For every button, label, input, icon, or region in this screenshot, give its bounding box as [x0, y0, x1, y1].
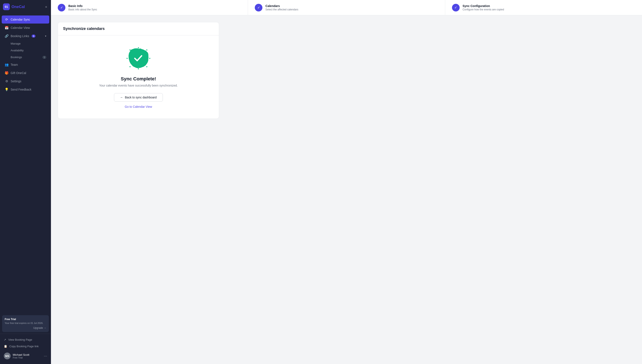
free-trial-box: Free Trial Your free trial expires on 01…: [2, 315, 49, 332]
success-icon-wrapper: [126, 46, 151, 71]
link-label: View Booking Page: [8, 338, 32, 341]
sidebar-item-send-feedback[interactable]: 💡 Send Feedback: [2, 86, 49, 94]
sidebar-bottom: ↗ View Booking Page 📋 Copy Booking Page …: [0, 334, 51, 364]
arrow-left-icon: ←: [120, 96, 123, 99]
free-trial-description: Your free trial expires on 01 Jul 2026.: [5, 322, 46, 325]
success-title: Sync Complete!: [121, 76, 156, 82]
sidebar-item-booking-links[interactable]: 🔗 Booking Links 1 ▾: [2, 32, 49, 40]
settings-icon: ⚙: [5, 79, 9, 83]
sidebar-nav: ⟳ Calendar Sync 📅 Calendar View 🔗 Bookin…: [0, 14, 51, 314]
back-btn-label: Back to sync dashboard: [125, 96, 156, 99]
user-info: Michael Scott Free Trial: [13, 353, 42, 359]
sidebar-item-label: Settings: [11, 80, 22, 83]
sidebar-sub-item-availability[interactable]: Availability: [2, 47, 49, 54]
upgrade-button[interactable]: Upgrade →: [33, 326, 46, 330]
chevron-down-icon: ▾: [45, 34, 46, 38]
sidebar-item-label: Send Feedback: [11, 88, 32, 91]
card-title: Synchronize calendars: [63, 26, 214, 31]
content-area: Synchronize calendars: [51, 15, 642, 364]
step-sync-config-desc: Configure how the events are copied: [463, 8, 504, 11]
sidebar-item-label: Team: [11, 63, 18, 66]
step-calendars: ✓ Calendars Select the affected calendar…: [248, 0, 445, 15]
feedback-icon: 💡: [5, 88, 9, 92]
external-link-icon: ↗: [4, 338, 6, 341]
calendar-sync-icon: ⟳: [5, 18, 9, 22]
go-to-calendar-view-link[interactable]: Go to Calendar View: [125, 105, 152, 108]
main-content: ✓ Basic Info Basic info about the Sync ✓…: [51, 0, 642, 364]
sidebar-sub-item-bookings[interactable]: Bookings 1: [2, 54, 49, 60]
sidebar-item-settings[interactable]: ⚙ Settings: [2, 77, 49, 85]
user-name: Michael Scott: [13, 353, 42, 356]
sidebar: 01 OneCal « ⟳ Calendar Sync 📅 Calendar V…: [0, 0, 51, 364]
success-description: Your calendar events have successfully b…: [99, 84, 178, 87]
gift-icon: 🎁: [5, 71, 9, 75]
view-booking-page-link[interactable]: ↗ View Booking Page: [2, 336, 49, 343]
card-body: Sync Complete! Your calendar events have…: [58, 36, 219, 118]
sync-complete-card: Synchronize calendars: [58, 22, 219, 119]
step-basic-info: ✓ Basic Info Basic info about the Sync: [51, 0, 248, 15]
sidebar-item-label: Booking Links: [11, 34, 29, 38]
link-label: Copy Booking Page link: [9, 345, 39, 348]
step-calendars-title: Calendars: [265, 4, 298, 8]
sidebar-item-label: Gift OneCal: [11, 71, 26, 75]
step-sync-config-icon: ✓: [452, 4, 460, 12]
logo: 01 OneCal: [3, 4, 25, 10]
step-calendars-desc: Select the affected calendars: [265, 8, 298, 11]
steps-bar: ✓ Basic Info Basic info about the Sync ✓…: [51, 0, 642, 15]
booking-links-icon: 🔗: [5, 34, 9, 38]
sidebar-item-gift-onecal[interactable]: 🎁 Gift OneCal: [2, 69, 49, 77]
team-icon: 👥: [5, 63, 9, 66]
free-trial-title: Free Trial: [5, 318, 46, 321]
sub-item-label: Manage: [11, 42, 21, 45]
logo-mark: 01: [3, 4, 10, 10]
step-basic-info-desc: Basic info about the Sync: [68, 8, 97, 11]
logo-text: OneCal: [12, 5, 25, 9]
user-more-button[interactable]: ⋯: [44, 354, 47, 358]
collapse-sidebar-button[interactable]: «: [44, 4, 48, 10]
sub-item-label: Availability: [11, 49, 24, 52]
avatar-initials: MS: [5, 354, 9, 358]
booking-links-badge: 1: [32, 34, 36, 38]
step-sync-config: ✓ Sync Configuration Configure how the e…: [445, 0, 642, 15]
user-profile-row[interactable]: MS Michael Scott Free Trial ⋯: [2, 350, 49, 362]
copy-booking-link[interactable]: 📋 Copy Booking Page link: [2, 343, 49, 350]
sidebar-item-calendar-view[interactable]: 📅 Calendar View: [2, 24, 49, 32]
sidebar-sub-item-manage[interactable]: Manage: [2, 40, 49, 47]
success-checkmark-badge: [128, 48, 149, 69]
sidebar-header: 01 OneCal «: [0, 0, 51, 14]
sidebar-item-label: Calendar View: [11, 26, 30, 30]
calendar-view-icon: 📅: [5, 26, 9, 30]
step-basic-info-icon: ✓: [58, 4, 65, 12]
back-to-sync-dashboard-button[interactable]: ← Back to sync dashboard: [114, 93, 163, 102]
copy-icon: 📋: [4, 345, 7, 348]
user-plan: Free Trial: [13, 356, 42, 359]
sidebar-item-calendar-sync[interactable]: ⟳ Calendar Sync: [2, 16, 49, 24]
bookings-badge: 1: [43, 56, 46, 59]
sidebar-item-team[interactable]: 👥 Team: [2, 61, 49, 69]
step-basic-info-title: Basic Info: [68, 4, 97, 8]
step-calendars-icon: ✓: [255, 4, 262, 12]
avatar: MS: [4, 352, 11, 359]
step-sync-config-title: Sync Configuration: [463, 4, 504, 8]
sub-item-label: Bookings: [11, 56, 22, 59]
card-header: Synchronize calendars: [58, 22, 219, 36]
sidebar-item-label: Calendar Sync: [11, 18, 30, 21]
